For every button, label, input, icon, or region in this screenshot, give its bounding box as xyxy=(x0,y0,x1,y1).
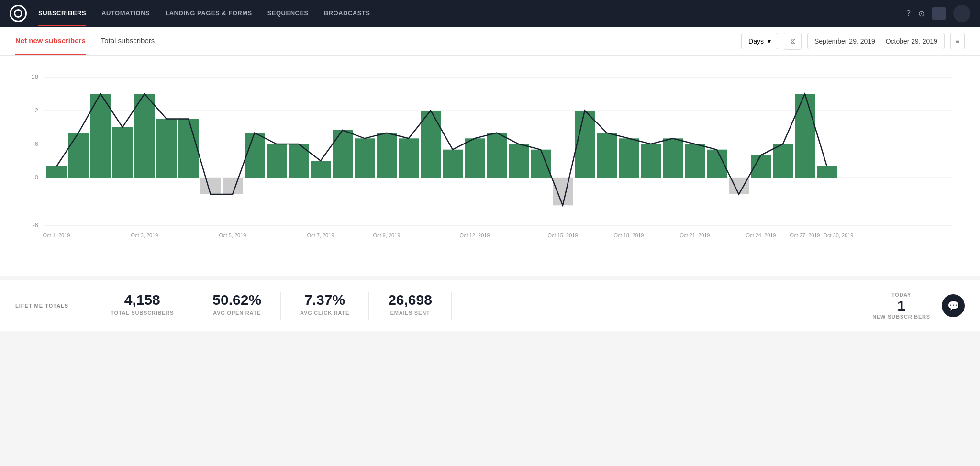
bar-28 xyxy=(663,138,683,178)
bar-13 xyxy=(333,130,353,178)
svg-text:12: 12 xyxy=(32,107,38,114)
bar-25 xyxy=(597,133,617,178)
svg-text:Oct 12, 2019: Oct 12, 2019 xyxy=(460,233,490,238)
nav-broadcasts[interactable]: BROADCASTS xyxy=(324,1,370,26)
stat-emails-value: 26,698 xyxy=(388,292,432,308)
stat-total-subscribers: 4,158 TOTAL SUBSCRIBERS xyxy=(91,292,193,320)
svg-text:Oct 3, 2019: Oct 3, 2019 xyxy=(131,233,158,238)
svg-text:Oct 18, 2019: Oct 18, 2019 xyxy=(614,233,644,238)
stats-bar: LIFETIME TOTALS 4,158 TOTAL SUBSCRIBERS … xyxy=(0,280,980,331)
settings-icon[interactable]: ⊙ xyxy=(918,9,924,18)
bar-34 xyxy=(795,94,815,178)
svg-text:Oct 24, 2019: Oct 24, 2019 xyxy=(746,233,776,238)
days-dropdown[interactable]: Days ▾ xyxy=(741,33,778,49)
date-range-picker[interactable]: September 29, 2019 — October 29, 2019 xyxy=(807,33,945,49)
stat-open-label: AVG OPEN RATE xyxy=(213,310,261,316)
stat-emails-label: EMAILS SENT xyxy=(390,310,430,316)
bar-1 xyxy=(68,133,89,178)
logo[interactable] xyxy=(10,5,27,22)
bar-20 xyxy=(487,133,507,178)
bar-35 xyxy=(817,166,837,178)
svg-text:Oct 15, 2019: Oct 15, 2019 xyxy=(548,233,578,238)
bar-0 xyxy=(46,166,67,178)
bar-19 xyxy=(465,138,485,178)
bar-12 xyxy=(311,161,331,178)
bar-32 xyxy=(751,155,771,178)
svg-text:Oct 9, 2019: Oct 9, 2019 xyxy=(373,233,401,238)
days-label: Days xyxy=(748,37,764,45)
bar-23-neg xyxy=(553,178,573,205)
lines-button[interactable]: ≡ xyxy=(950,33,965,49)
bar-14 xyxy=(355,138,375,178)
bar-10 xyxy=(267,144,287,178)
bar-22 xyxy=(531,150,551,178)
svg-text:6: 6 xyxy=(35,140,38,147)
today-label: TODAY xyxy=(891,292,911,298)
bar-33 xyxy=(773,144,793,178)
bar-27 xyxy=(641,144,661,178)
lifetime-label: LIFETIME TOTALS xyxy=(15,292,68,320)
stat-emails-sent: 26,698 EMAILS SENT xyxy=(369,292,452,320)
bar-7-neg xyxy=(200,178,221,194)
svg-text:-6: -6 xyxy=(33,222,38,229)
tabs-row: Net new subscribers Total subscribers Da… xyxy=(0,27,980,56)
nav-right: ? ⊙ xyxy=(906,5,970,22)
bar-15 xyxy=(377,133,397,178)
avatar-small[interactable] xyxy=(932,7,946,20)
stat-click-rate: 7.37% AVG CLICK RATE xyxy=(281,292,369,320)
bar-5 xyxy=(156,119,177,178)
nav-automations[interactable]: AUTOMATIONS xyxy=(101,1,150,26)
chevron-down-icon: ▾ xyxy=(768,37,771,45)
svg-text:18: 18 xyxy=(32,73,38,80)
nav-subscribers[interactable]: SUBSCRIBERS xyxy=(38,1,86,26)
bar-29 xyxy=(685,144,705,178)
svg-text:Oct 30, 2019: Oct 30, 2019 xyxy=(824,233,854,238)
stat-open-rate: 50.62% AVG OPEN RATE xyxy=(193,292,281,320)
svg-text:Oct 5, 2019: Oct 5, 2019 xyxy=(219,233,246,238)
bar-3 xyxy=(112,127,133,178)
today-section: TODAY 1 NEW SUBSCRIBERS xyxy=(853,292,930,320)
chat-button[interactable]: 💬 xyxy=(942,294,965,317)
avatar-large[interactable] xyxy=(953,5,970,22)
filter-button[interactable]: ⧖ xyxy=(784,33,802,50)
nav-landing-pages[interactable]: LANDING PAGES & FORMS xyxy=(165,1,252,26)
svg-text:Oct 27, 2019: Oct 27, 2019 xyxy=(790,233,820,238)
navbar: SUBSCRIBERS AUTOMATIONS LANDING PAGES & … xyxy=(0,0,980,27)
filter-icon: ⧖ xyxy=(790,37,795,45)
bar-24 xyxy=(575,111,595,178)
lines-icon: ≡ xyxy=(956,37,959,45)
svg-text:Oct 7, 2019: Oct 7, 2019 xyxy=(307,233,334,238)
nav-sequences[interactable]: SEQUENCES xyxy=(267,1,309,26)
stat-total-value: 4,158 xyxy=(124,292,160,308)
stat-click-value: 7.37% xyxy=(304,292,345,308)
tabs-controls: Days ▾ ⧖ September 29, 2019 — October 29… xyxy=(741,33,965,50)
stat-total-label: TOTAL SUBSCRIBERS xyxy=(111,310,174,316)
svg-text:Oct 21, 2019: Oct 21, 2019 xyxy=(680,233,710,238)
today-sublabel: NEW SUBSCRIBERS xyxy=(872,314,930,320)
date-range-text: September 29, 2019 — October 29, 2019 xyxy=(814,37,937,45)
bar-16 xyxy=(399,138,419,178)
bar-8-neg xyxy=(223,178,243,194)
bar-17 xyxy=(421,111,441,178)
bar-4 xyxy=(134,94,155,178)
bar-18 xyxy=(443,150,463,178)
bar-26 xyxy=(619,138,639,178)
stat-click-label: AVG CLICK RATE xyxy=(300,310,349,316)
bar-chart: 18 12 6 0 -6 xyxy=(15,67,965,268)
chat-icon: 💬 xyxy=(947,300,959,311)
tab-total[interactable]: Total subscribers xyxy=(101,27,155,55)
bar-9 xyxy=(245,133,265,178)
bar-6 xyxy=(178,119,199,178)
chart-container: 18 12 6 0 -6 xyxy=(0,56,980,276)
tab-net-new[interactable]: Net new subscribers xyxy=(15,27,86,55)
bar-21 xyxy=(509,144,529,178)
nav-links: SUBSCRIBERS AUTOMATIONS LANDING PAGES & … xyxy=(38,1,906,26)
today-value: 1 xyxy=(897,298,905,314)
logo-inner xyxy=(14,9,22,18)
stat-open-value: 50.62% xyxy=(212,292,261,308)
svg-text:Oct 1, 2019: Oct 1, 2019 xyxy=(43,233,70,238)
help-icon[interactable]: ? xyxy=(906,9,911,18)
svg-text:0: 0 xyxy=(35,174,38,181)
